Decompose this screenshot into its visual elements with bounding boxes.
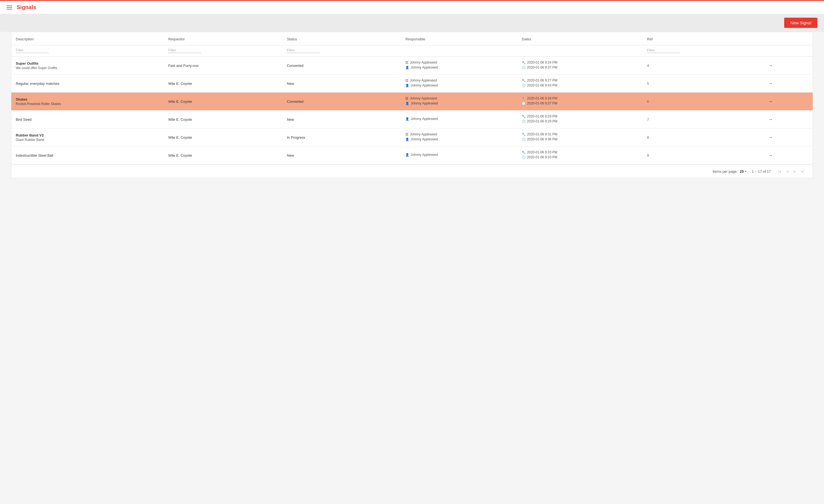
ref-cell: 8 (643, 128, 761, 146)
date-updated: 2020-01-06 9:36 PM (527, 137, 557, 141)
main-content: Description Requestor Status Responsible… (11, 32, 813, 178)
created-icon: 🖼 (405, 79, 408, 82)
navigate-arrow-button[interactable]: → (766, 98, 775, 106)
prev-page-button[interactable]: ◂ (785, 168, 790, 174)
signals-table: Description Requestor Status Responsible… (11, 32, 813, 164)
assigned-icon: 👤 (405, 84, 409, 87)
col-header-responsible: Responsible (401, 32, 517, 45)
filter-actions-cell (761, 45, 813, 56)
first-page-button[interactable]: |◂ (777, 168, 783, 174)
filter-description-cell (11, 45, 164, 56)
requestor-cell: Wile E. Coyote (164, 146, 282, 164)
status-cell: New (282, 75, 401, 93)
status-badge: New (287, 153, 294, 157)
next-page-button[interactable]: ▸ (792, 168, 798, 174)
navigate-arrow-button[interactable]: → (766, 133, 775, 141)
created-icon: 🖼 (405, 61, 408, 64)
ref-cell: 9 (643, 146, 761, 164)
assigned-icon: 👤 (405, 138, 409, 141)
navigate-arrow-button[interactable]: → (766, 80, 775, 88)
updated-date-icon: 🕐 (522, 102, 526, 105)
responsible-created: Johnny Appleseed (410, 60, 437, 65)
filter-row (11, 45, 813, 56)
created-icon: 🖼 (405, 97, 408, 100)
status-cell: New (282, 111, 401, 128)
row-description: Indestructible Steel Ball (16, 153, 159, 157)
status-cell: New (282, 146, 401, 164)
navigate-arrow-button[interactable]: → (766, 151, 775, 159)
dates-cell: 🔧2020-01-06 9:28 PM🕐2020-01-06 9:37 PM (517, 93, 643, 111)
assigned-icon: 👤 (405, 102, 409, 105)
responsible-created: Johnny Appleseed (410, 97, 437, 100)
filter-ref-cell (643, 45, 761, 56)
desc-cell: Bird Seed (11, 111, 164, 128)
date-created: 2020-01-06 9:27 PM (527, 79, 557, 82)
filter-status-input[interactable] (287, 47, 320, 53)
filter-status-cell (282, 45, 401, 56)
chevron-down-icon[interactable]: ▾ (745, 170, 746, 173)
per-page-select[interactable]: 25 ▾ (740, 169, 746, 173)
created-date-icon: 🔧 (522, 97, 526, 100)
action-cell: → (761, 128, 813, 146)
responsible-assigned: Johnny Appleseed (411, 66, 438, 70)
requestor-cell: Wile E. Coyote (164, 93, 282, 111)
hamburger-menu[interactable] (7, 6, 12, 9)
desc-cell: Super OutfitsWe could offer Super Outfit… (11, 56, 164, 75)
ref-cell: 6 (643, 93, 761, 111)
table-row[interactable]: SkatesRocket-Powered Roller SkatesWile E… (11, 93, 813, 111)
table-row[interactable]: Indestructible Steel BallWile E. CoyoteN… (11, 146, 813, 164)
responsible-cell: 🖼Johnny Appleseed👤Johnny Appleseed (401, 128, 517, 146)
filter-description-input[interactable] (16, 47, 49, 53)
updated-date-icon: 🕐 (522, 66, 526, 70)
requestor-cell: Wile E. Coyote (164, 111, 282, 128)
dates-cell: 🔧2020-01-06 9:29 PM🕐2020-01-06 9:29 PM (517, 111, 643, 128)
desc-cell: Indestructible Steel Ball (11, 146, 164, 164)
status-cell: Converted (282, 93, 401, 111)
ref-cell: 4 (643, 56, 761, 75)
dates-cell: 🔧2020-01-06 9:24 PM🕐2020-01-06 9:37 PM (517, 56, 643, 75)
updated-date-icon: 🕐 (522, 138, 526, 141)
status-badge: New (287, 117, 294, 122)
updated-date-icon: 🕐 (522, 120, 526, 123)
action-cell: → (761, 146, 813, 164)
dates-cell: 🔧2020-01-06 9:27 PM🕐2020-01-06 9:43 PM (517, 75, 643, 93)
filter-requestor-input[interactable] (168, 47, 201, 53)
assigned-icon: 👤 (405, 66, 409, 70)
date-updated: 2020-01-06 9:43 PM (527, 84, 557, 87)
per-page-value: 25 (740, 169, 744, 173)
table-row[interactable]: Super OutfitsWe could offer Super Outfit… (11, 56, 813, 75)
navigate-arrow-button[interactable]: → (766, 116, 775, 124)
row-description: Regular, everyday matches (16, 82, 159, 86)
toolbar: New Signal (0, 14, 824, 32)
desc-cell: SkatesRocket-Powered Roller Skates (11, 93, 164, 111)
col-header-ref: Ref (643, 32, 761, 45)
date-updated: 2020-01-06 9:37 PM (527, 101, 557, 105)
table-footer: Items per page: 25 ▾ 1 – 17 of 17 |◂ ◂ ▸… (11, 164, 813, 178)
new-signal-button[interactable]: New Signal (784, 18, 817, 28)
action-cell: → (761, 93, 813, 111)
status-badge: In Progress (287, 135, 305, 140)
status-badge: Converted (287, 64, 303, 68)
action-cell: → (761, 56, 813, 75)
dates-cell: 🔧2020-01-06 9:31 PM🕐2020-01-06 9:36 PM (517, 128, 643, 146)
row-description: Rocket-Powered Roller Skates (16, 102, 159, 106)
table-header-row: Description Requestor Status Responsible… (11, 32, 813, 45)
responsible-created: Johnny Appleseed (410, 79, 437, 82)
desc-cell: Rubber Band V2Giant Rubber Band (11, 128, 164, 146)
created-icon: 🖼 (405, 133, 408, 136)
date-created: 2020-01-06 9:33 PM (527, 150, 557, 154)
table-row[interactable]: Rubber Band V2Giant Rubber BandWile E. C… (11, 128, 813, 146)
row-title: Skates (16, 97, 159, 101)
filter-responsible-cell (401, 45, 517, 56)
table-container: Description Requestor Status Responsible… (11, 32, 813, 164)
table-row[interactable]: Regular, everyday matchesWile E. CoyoteN… (11, 75, 813, 93)
date-updated: 2020-01-06 9:29 PM (527, 119, 557, 123)
filter-ref-input[interactable] (647, 47, 680, 53)
row-description: Giant Rubber Band (16, 138, 159, 142)
last-page-button[interactable]: ▸| (800, 168, 806, 174)
created-date-icon: 🔧 (522, 79, 526, 82)
navigate-arrow-button[interactable]: → (766, 61, 775, 70)
table-row[interactable]: Bird SeedWile E. CoyoteNew👤Johnny Apples… (11, 111, 813, 128)
filter-requestor-cell (164, 45, 282, 56)
created-date-icon: 🔧 (522, 61, 526, 65)
